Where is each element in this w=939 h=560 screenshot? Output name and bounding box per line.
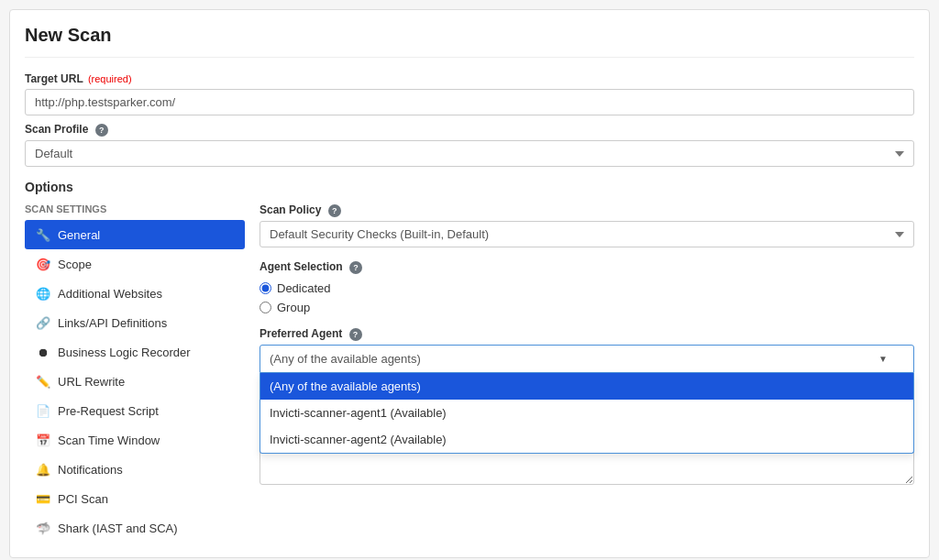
preferred-agent-option-0[interactable]: (Any of the available agents) [260, 373, 913, 400]
sidebar: Scan Settings 🔧 General 🎯 Scope 🌐 Additi… [25, 203, 245, 543]
sidebar-item-scan-time[interactable]: 📅 Scan Time Window [25, 425, 245, 455]
scan-settings-label: Scan Settings [25, 203, 245, 214]
target-url-label: Target URL (required) [25, 72, 914, 85]
scan-policy-label: Scan Policy ? [260, 203, 914, 217]
bell-icon: 🔔 [36, 462, 50, 477]
pci-icon: 💳 [36, 491, 50, 506]
group-radio-label[interactable]: Group [260, 301, 914, 314]
agent-selection-radio-group: Dedicated Group [260, 281, 914, 314]
preferred-agent-dropdown-wrapper: (Any of the available agents) ▼ (Any of … [260, 345, 914, 373]
sidebar-item-url-rewrite[interactable]: ✏️ URL Rewrite [25, 367, 245, 396]
sidebar-item-scope[interactable]: 🎯 Scope [25, 249, 245, 279]
group-radio[interactable] [260, 302, 271, 313]
scan-policy-group: Scan Policy ? Default Security Checks (B… [260, 203, 914, 247]
dedicated-radio[interactable] [260, 282, 271, 294]
sidebar-item-business-logic[interactable]: ⏺ Business Logic Recorder [25, 337, 245, 367]
agent-selection-help-icon[interactable]: ? [349, 261, 362, 274]
scan-policy-help-icon[interactable]: ? [328, 204, 341, 217]
record-icon: ⏺ [36, 345, 50, 359]
shark-icon: 🦈 [36, 521, 50, 535]
scope-icon: 🎯 [36, 257, 50, 271]
rewrite-icon: ✏️ [36, 374, 50, 389]
agent-selection-group: Agent Selection ? Dedicated Group [260, 260, 914, 314]
sidebar-item-links-api[interactable]: 🔗 Links/API Definitions [25, 308, 245, 337]
main-content: Scan Policy ? Default Security Checks (B… [260, 203, 914, 543]
scan-policy-select[interactable]: Default Security Checks (Built-in, Defau… [260, 221, 914, 247]
scan-profile-group: Scan Profile ? Default [25, 123, 914, 167]
script-icon: 📄 [36, 403, 50, 418]
sidebar-item-notifications[interactable]: 🔔 Notifications [25, 455, 245, 484]
scan-profile-label: Scan Profile ? [25, 123, 914, 137]
globe-icon: 🌐 [36, 286, 50, 301]
target-url-input[interactable] [25, 89, 914, 115]
preferred-agent-dropdown-list: (Any of the available agents) Invicti-sc… [260, 373, 914, 454]
options-section-label: Options [25, 180, 914, 194]
preferred-agent-dropdown-display[interactable]: (Any of the available agents) ▼ [260, 345, 914, 373]
link-icon: 🔗 [36, 315, 50, 330]
preferred-agent-group: Preferred Agent ? (Any of the available … [260, 327, 914, 373]
sidebar-item-pre-request[interactable]: 📄 Pre-Request Script [25, 396, 245, 425]
scan-profile-help-icon[interactable]: ? [95, 124, 108, 137]
sidebar-item-additional-websites[interactable]: 🌐 Additional Websites [25, 279, 245, 308]
agent-selection-label: Agent Selection ? [260, 260, 914, 274]
preferred-agent-label: Preferred Agent ? [260, 327, 914, 341]
scan-profile-select[interactable]: Default [25, 140, 914, 167]
calendar-icon: 📅 [36, 433, 50, 447]
wrench-icon: 🔧 [36, 227, 50, 242]
sidebar-item-pci-scan[interactable]: 💳 PCI Scan [25, 484, 245, 513]
target-url-required: (required) [88, 73, 132, 84]
sidebar-item-shark[interactable]: 🦈 Shark (IAST and SCA) [25, 513, 245, 543]
chevron-down-icon: ▼ [878, 354, 888, 364]
scan-policy-select-wrapper: Default Security Checks (Built-in, Defau… [260, 221, 914, 247]
sidebar-item-general[interactable]: 🔧 General [25, 220, 245, 249]
scan-profile-select-wrapper: Default [25, 140, 914, 167]
preferred-agent-help-icon[interactable]: ? [349, 328, 362, 341]
page-wrapper: New Scan Target URL (required) Scan Prof… [9, 9, 930, 558]
two-col-layout: Scan Settings 🔧 General 🎯 Scope 🌐 Additi… [25, 203, 914, 543]
preferred-agent-option-1[interactable]: Invicti-scanner-agent1 (Available) [260, 400, 913, 426]
page-title: New Scan [25, 25, 914, 58]
target-url-group: Target URL (required) [25, 72, 914, 115]
dedicated-radio-label[interactable]: Dedicated [260, 281, 914, 295]
preferred-agent-option-2[interactable]: Invicti-scanner-agent2 (Available) [260, 426, 913, 453]
